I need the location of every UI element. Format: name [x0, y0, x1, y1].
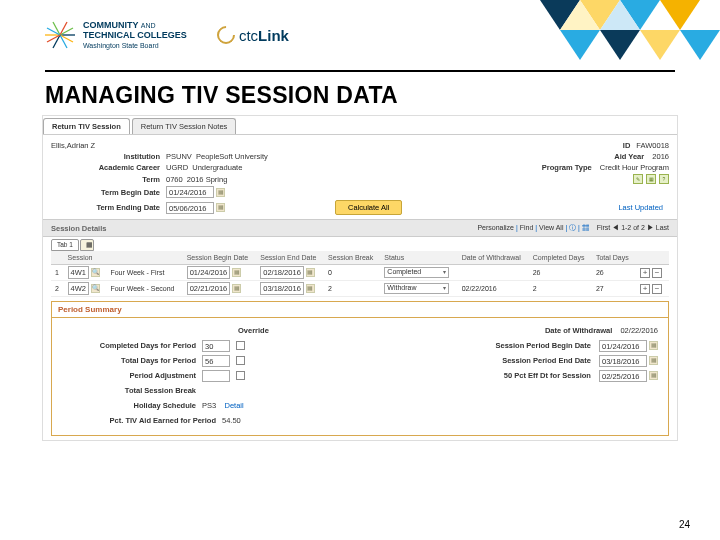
term-code: 0760 — [166, 175, 183, 184]
find-link[interactable]: Find — [520, 224, 534, 231]
total-days-label: Total Days for Period — [62, 356, 202, 365]
session-status-select[interactable]: Withdraw — [384, 283, 449, 294]
add-row-button[interactable]: + — [640, 268, 650, 278]
grid-pager[interactable]: First ◀ 1-2 of 2 ▶ Last — [597, 224, 669, 231]
ctclink-logo: ctcLink — [217, 26, 289, 44]
period-summary-header: Period Summary — [52, 302, 668, 318]
calendar-icon[interactable]: ▦ — [216, 203, 225, 212]
calculate-all-button[interactable]: Calculate All — [335, 200, 402, 215]
worksheet-icon[interactable]: ✎ — [633, 174, 643, 184]
period-summary: Period Summary Override Date of Withdraw… — [51, 301, 669, 436]
pct-tiv-value: 54.50 — [222, 416, 241, 425]
session-status-select[interactable]: Completed — [384, 267, 449, 278]
total-days: 27 — [592, 281, 635, 297]
period-adjustment-input[interactable] — [202, 370, 230, 382]
add-row-button[interactable]: + — [640, 284, 650, 294]
total-days: 26 — [592, 265, 635, 281]
last-updated-link[interactable]: Last Updated — [618, 203, 669, 212]
sped-label: Session Period End Date — [502, 356, 597, 365]
pct-tiv-label: Pct. TIV Aid Earned for Period — [62, 416, 222, 425]
session-break: 2 — [324, 281, 380, 297]
view-all-link[interactable]: View All — [539, 224, 563, 231]
slide-title: MANAGING TIV SESSION DATA — [45, 82, 675, 109]
calendar-icon[interactable]: ▦ — [649, 356, 658, 365]
career-code: UGRD — [166, 163, 188, 172]
spbd-input[interactable]: 01/24/2016 — [599, 340, 647, 352]
dow-label: Date of Withdrawal — [545, 326, 618, 335]
override-header: Override — [238, 326, 269, 335]
peoplesoft-screen: Return TIV Session Return TIV Session No… — [42, 115, 678, 441]
calendar-icon[interactable]: ▦ — [306, 284, 315, 293]
aid-year-value: 2016 — [652, 152, 669, 161]
session-details-header: Session Details Personalize | Find | Vie… — [43, 219, 677, 237]
completed-days: 26 — [529, 265, 592, 281]
spbd-label: Session Period Begin Date — [495, 341, 596, 350]
grid-subtab[interactable]: Tab 1 — [51, 239, 79, 251]
sbctc-logo: COMMUNITY AND TECHNICAL COLLEGES Washing… — [45, 20, 187, 50]
dow-value: 02/22/2016 — [620, 326, 658, 335]
term-begin-label: Term Begin Date — [51, 188, 166, 197]
svg-marker-15 — [600, 30, 640, 60]
lookup-icon[interactable]: 🔍 — [91, 284, 100, 293]
completed-override-checkbox[interactable] — [236, 341, 245, 350]
triangle-decoration — [500, 0, 720, 70]
table-row: 14W1🔍Four Week - First01/24/2016▦02/18/2… — [51, 265, 669, 281]
help-icon[interactable]: ? — [659, 174, 669, 184]
delete-row-button[interactable]: − — [652, 284, 662, 294]
fifty-pct-label: 50 Pct Eff Dt for Session — [504, 371, 597, 380]
tab-return-tiv-session[interactable]: Return TIV Session — [43, 118, 130, 134]
lookup-icon[interactable]: 🔍 — [91, 268, 100, 277]
session-code-input[interactable]: 4W1 — [68, 266, 89, 279]
program-type-label: Program Type — [542, 163, 598, 172]
delete-row-button[interactable]: − — [652, 268, 662, 278]
sbctc-logo-text: COMMUNITY AND TECHNICAL COLLEGES Washing… — [83, 21, 187, 49]
institution-code: PSUNV — [166, 152, 192, 161]
institution-label: Institution — [51, 152, 166, 161]
table-row: 24W2🔍Four Week - Second02/21/2016▦03/18/… — [51, 281, 669, 297]
sped-input[interactable]: 03/18/2016 — [599, 355, 647, 367]
svg-marker-16 — [640, 30, 680, 60]
id-label: ID — [623, 141, 637, 150]
session-name: Four Week - Second — [106, 281, 182, 297]
term-name: 2016 Spring — [187, 175, 227, 184]
session-begin-input[interactable]: 01/24/2016 — [187, 266, 231, 279]
session-end-input[interactable]: 02/18/2016 — [260, 266, 304, 279]
grid-subtab-expand[interactable]: ▦ — [80, 239, 94, 251]
term-end-label: Term Ending Date — [51, 203, 166, 212]
fifty-pct-input[interactable]: 02/25/2016 — [599, 370, 647, 382]
slide-header: COMMUNITY AND TECHNICAL COLLEGES Washing… — [0, 0, 720, 70]
notes-icon[interactable]: ▦ — [646, 174, 656, 184]
institution-name: PeopleSoft University — [196, 152, 268, 161]
holiday-schedule-code: PS3 — [202, 401, 216, 410]
burst-icon — [45, 20, 75, 50]
completed-days-input[interactable]: 30 — [202, 340, 230, 352]
calendar-icon[interactable]: ▦ — [232, 284, 241, 293]
total-days-input[interactable]: 56 — [202, 355, 230, 367]
session-end-input[interactable]: 03/18/2016 — [260, 282, 304, 295]
page-number: 24 — [679, 519, 690, 530]
calendar-icon[interactable]: ▦ — [649, 371, 658, 380]
completed-days: 2 — [529, 281, 592, 297]
session-grid: Session Session Begin DateSession End Da… — [51, 251, 669, 297]
swirl-icon — [213, 22, 238, 47]
calendar-icon[interactable]: ▦ — [216, 188, 225, 197]
session-begin-input[interactable]: 02/21/2016 — [187, 282, 231, 295]
adjustment-override-checkbox[interactable] — [236, 371, 245, 380]
calendar-icon[interactable]: ▦ — [232, 268, 241, 277]
career-label: Academic Career — [51, 163, 166, 172]
calendar-icon[interactable]: ▦ — [649, 341, 658, 350]
svg-marker-13 — [660, 0, 700, 30]
term-end-input[interactable]: 05/06/2016 — [166, 202, 214, 214]
completed-days-label: Completed Days for Period — [62, 341, 202, 350]
total-override-checkbox[interactable] — [236, 356, 245, 365]
holiday-schedule-label: Holiday Schedule — [62, 401, 202, 410]
id-value: FAW0018 — [636, 141, 669, 150]
personalize-link[interactable]: Personalize — [477, 224, 514, 231]
career-name: Undergraduate — [192, 163, 242, 172]
session-code-input[interactable]: 4W2 — [68, 282, 89, 295]
program-type-value: Credit Hour Program — [600, 163, 669, 172]
calendar-icon[interactable]: ▦ — [306, 268, 315, 277]
tab-return-tiv-session-notes[interactable]: Return TIV Session Notes — [132, 118, 237, 134]
holiday-detail-link[interactable]: Detail — [225, 401, 244, 410]
term-begin-input[interactable]: 01/24/2016 — [166, 186, 214, 198]
